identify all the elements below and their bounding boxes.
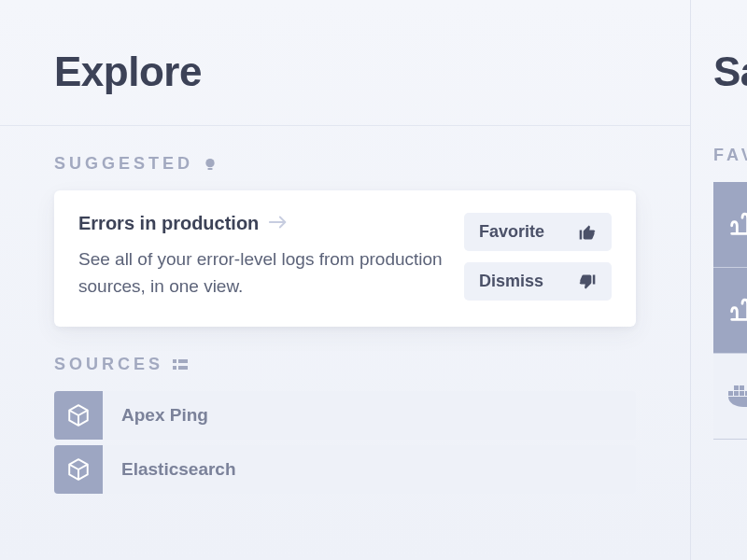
sources-label-text: Sources [54, 355, 163, 374]
suggested-card: Errors in production See all of your err… [54, 190, 636, 327]
svg-rect-7 [728, 391, 733, 396]
integration-icon [726, 207, 747, 243]
favorite-item[interactable] [713, 268, 747, 354]
sources-section: Sources Apex Ping Elasticsearch [0, 327, 690, 494]
dismiss-button[interactable]: Dismiss [464, 262, 612, 301]
source-label: Apex Ping [103, 391, 208, 440]
suggested-label: Suggested [54, 154, 636, 174]
thumbs-up-icon [578, 223, 597, 242]
card-description: See all of your error-level logs from pr… [78, 245, 445, 301]
thumbs-down-icon [578, 273, 597, 291]
dismiss-button-label: Dismiss [479, 272, 543, 291]
svg-rect-4 [178, 359, 188, 363]
card-title[interactable]: Errors in production [78, 213, 259, 234]
cube-icon [54, 445, 103, 494]
integration-icon [726, 293, 747, 329]
svg-rect-5 [173, 366, 176, 370]
source-item[interactable]: Apex Ping [54, 391, 636, 440]
lightbulb-icon [203, 157, 218, 172]
source-item[interactable]: Elasticsearch [54, 445, 636, 494]
svg-rect-9 [740, 391, 744, 396]
page-title-secondary: Sa [713, 49, 747, 95]
favorites-label: FAV [713, 146, 747, 165]
list-icon [173, 358, 188, 371]
page-title: Explore [54, 49, 690, 95]
svg-rect-1 [207, 168, 212, 170]
source-label: Elasticsearch [103, 445, 236, 494]
svg-rect-6 [178, 366, 188, 370]
svg-rect-10 [734, 385, 739, 390]
svg-rect-11 [740, 385, 744, 390]
suggested-section: Suggested Errors in production See all o… [0, 126, 690, 327]
arrow-right-icon [268, 215, 289, 233]
favorite-item[interactable] [713, 182, 747, 268]
favorite-button[interactable]: Favorite [464, 213, 612, 251]
svg-rect-3 [173, 359, 176, 363]
svg-rect-8 [734, 391, 739, 396]
cube-icon [54, 391, 103, 440]
favorite-item[interactable] [713, 354, 747, 440]
suggested-label-text: Suggested [54, 154, 193, 174]
svg-point-0 [205, 159, 214, 167]
favorite-button-label: Favorite [479, 222, 544, 242]
sources-label: Sources [54, 355, 636, 374]
docker-icon [726, 382, 747, 412]
